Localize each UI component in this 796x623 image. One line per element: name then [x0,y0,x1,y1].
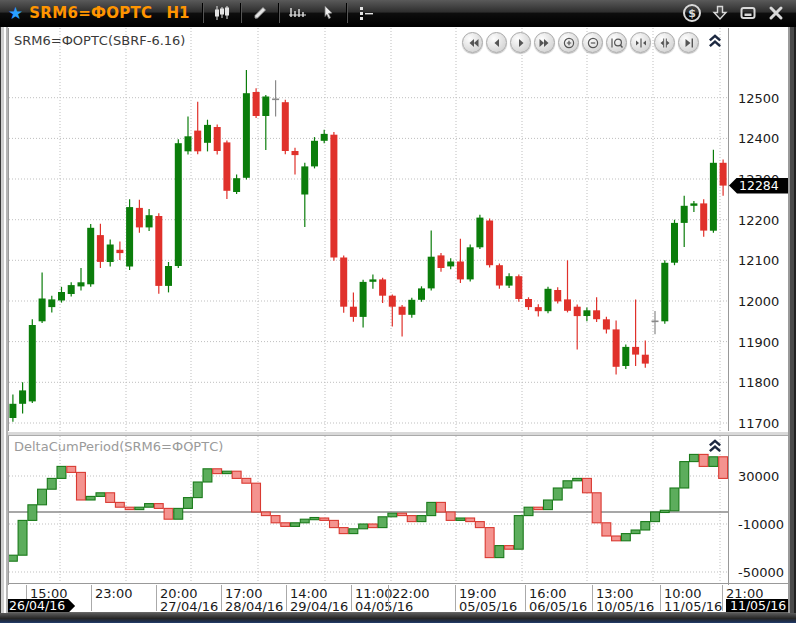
delta-bar [349,529,358,534]
delta-bar [86,496,95,500]
chart-type-icon[interactable] [207,2,237,24]
toolbar: ★ SRM6=ФОРТС H1 [0,0,796,27]
candle-body [457,262,464,280]
nav-zoom-out-button[interactable] [582,32,603,53]
zoom-in-icon [563,37,575,49]
nav-zoom-reset-button[interactable] [606,32,627,53]
zoom-reset-icon [611,37,623,49]
price-axis-label: 11900 [738,334,779,349]
candle-body [535,307,542,311]
delta-bar [154,504,163,509]
restore-window-icon[interactable] [734,2,762,24]
delta-bar [553,488,562,500]
delta-bar [602,523,611,536]
candle-body [87,228,94,284]
delta-bar [174,508,183,519]
delta-bar [125,507,134,509]
delta-bar [621,534,630,541]
delta-bar [38,489,47,505]
candle-body [29,325,36,401]
bottom-window-frame [0,613,796,623]
chart-nav-buttons [462,32,699,53]
current-price-tag: 12284 [729,178,788,194]
expand-bars-icon [659,37,671,49]
delta-bar [281,523,290,527]
timeframe-label[interactable]: H1 [166,4,189,22]
delta-bar [359,524,368,529]
candle-body [486,221,493,266]
delta-bar [670,488,679,511]
download-arrow-icon[interactable] [706,2,734,24]
close-icon[interactable] [762,2,790,24]
time-tick [388,585,389,611]
nav-expand-bars-button[interactable] [654,32,675,53]
collapse-indicator-panel-icon[interactable] [707,438,723,454]
candle-body [272,99,279,101]
time-tick [455,585,456,611]
indicators-icon[interactable] [351,2,381,24]
go-to-end-icon [683,37,695,49]
candle-body [214,127,221,151]
delta-bar [115,502,124,507]
indicator-canvas[interactable] [8,436,728,583]
left-gutter[interactable] [0,27,8,613]
nav-zoom-in-button[interactable] [558,32,579,53]
delta-bar [232,471,241,478]
symbol-title: SRM6=ФОРТС [29,4,152,22]
delta-bar [485,528,494,558]
price-chart-canvas[interactable] [8,28,728,431]
compress-bars-icon [635,37,647,49]
delta-bar [417,516,426,522]
delta-bar [709,457,718,467]
favorite-star-icon[interactable]: ★ [8,5,23,22]
candle-body [262,97,269,117]
candle-body [282,102,289,151]
candle-body [146,215,153,227]
time-tick [592,585,593,611]
collapse-main-panel-icon[interactable] [707,33,723,49]
nav-forward-button[interactable] [510,32,531,53]
candle-body [330,135,337,258]
candle-body [506,276,513,285]
candle-body [554,290,561,301]
delta-bar [242,478,251,483]
candle-body [671,223,678,263]
nav-compress-bars-button[interactable] [630,32,651,53]
svg-text:$: $ [688,7,696,20]
time-tick [91,585,92,611]
candle-body [194,131,201,152]
nav-back-button[interactable] [486,32,507,53]
market-profile-icon[interactable] [283,2,313,24]
nav-go-to-end-button[interactable] [678,32,699,53]
candle-body [408,300,415,315]
candle-body [593,310,600,319]
candle-body [301,166,308,194]
nav-fast-forward-button[interactable] [534,32,555,53]
draw-pencil-icon[interactable] [245,2,275,24]
window-controls: $ [678,2,790,24]
dollar-icon[interactable]: $ [678,2,706,24]
time-axis[interactable]: 15:0026/04/1623:0020:0027/04/1617:0028/0… [0,585,788,612]
candle-body [632,347,639,355]
nav-fast-back-button[interactable] [462,32,483,53]
cursor-icon[interactable] [313,2,343,24]
delta-bar [544,500,553,510]
candle-body [223,142,230,190]
candle-body [175,143,182,266]
candle-body [185,136,192,151]
delta-bar [96,493,105,497]
panel-splitter[interactable] [8,431,788,436]
price-axis-label: 11800 [738,375,779,390]
candle-body [58,292,65,301]
candle-body [233,178,240,192]
delta-bar [252,483,261,512]
indicator-axis-label: 30000 [738,468,779,483]
delta-bar [583,478,592,492]
candle-body [642,355,649,364]
delta-bar [310,518,319,520]
candle-body [545,289,552,311]
delta-bar [573,478,582,480]
time-tick [525,585,526,611]
candle-body [515,276,522,299]
zoom-out-icon [587,37,599,49]
